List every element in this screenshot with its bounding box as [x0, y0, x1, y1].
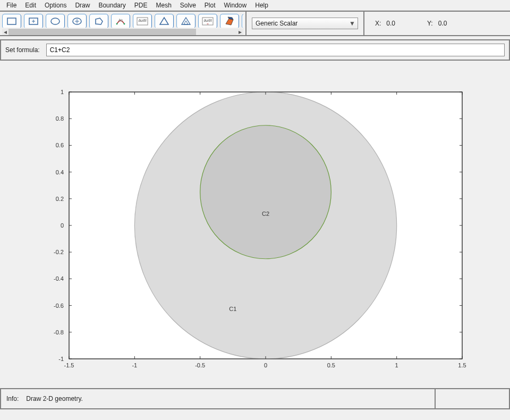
shape-label-C2: C2: [262, 211, 269, 217]
rectangle-center-icon[interactable]: [24, 14, 43, 28]
svg-text:0: 0: [264, 362, 267, 368]
scroll-thumb[interactable]: [8, 29, 196, 35]
menu-plot[interactable]: Plot: [200, 0, 220, 11]
svg-text:-1: -1: [132, 362, 137, 368]
menu-bar: File Edit Options Draw Boundary PDE Mesh…: [0, 0, 510, 11]
svg-text:0.5: 0.5: [327, 362, 335, 368]
svg-text:-0.4: -0.4: [54, 275, 64, 282]
menu-mesh[interactable]: Mesh: [151, 0, 175, 11]
menu-file[interactable]: File: [2, 0, 21, 11]
menu-draw[interactable]: Draw: [71, 0, 94, 11]
mesh-refine-icon[interactable]: [176, 14, 196, 28]
menu-boundary[interactable]: Boundary: [94, 0, 130, 11]
svg-text:0.8: 0.8: [56, 115, 64, 122]
svg-text:-0.2: -0.2: [54, 249, 64, 255]
svg-text:1.5: 1.5: [458, 362, 466, 368]
toolbar-strip: ∂Ω ∂u/∂t ∂u/∂t= ◂: [0, 11, 510, 36]
svg-text:∂u/∂t: ∂u/∂t: [139, 19, 147, 22]
status-bar: Info: Draw 2-D geometry.: [0, 388, 510, 409]
coord-y-label: Y:: [427, 20, 433, 27]
status-right-panel: [436, 388, 510, 409]
solve-icon[interactable]: ∂u/∂t=: [198, 14, 217, 28]
menu-solve[interactable]: Solve: [176, 0, 200, 11]
svg-marker-14: [160, 18, 168, 24]
menu-edit[interactable]: Edit: [21, 0, 40, 11]
mesh-init-icon[interactable]: [155, 14, 174, 28]
toolbar-icons-scroll: ∂Ω ∂u/∂t ∂u/∂t= ◂: [0, 12, 245, 35]
boundary-icon[interactable]: ∂Ω: [111, 14, 130, 28]
svg-text:=: =: [207, 22, 209, 26]
ellipse-center-icon[interactable]: [67, 14, 87, 28]
toolbar-scrollbar[interactable]: ◂ ▸: [2, 29, 243, 35]
svg-point-9: [116, 23, 118, 25]
pde-spec-icon[interactable]: ∂u/∂t: [133, 14, 152, 28]
svg-marker-8: [96, 18, 103, 24]
svg-text:0: 0: [61, 222, 64, 229]
formula-bar: Set formula:: [0, 39, 510, 61]
menu-options[interactable]: Options: [40, 0, 71, 11]
svg-text:-0.5: -0.5: [195, 362, 205, 368]
svg-text:-1: -1: [58, 356, 64, 362]
svg-text:0.2: 0.2: [56, 196, 64, 202]
chevron-down-icon: ▼: [349, 20, 355, 27]
svg-text:-0.6: -0.6: [54, 303, 64, 309]
svg-point-10: [124, 23, 125, 25]
status-main: Info: Draw 2-D geometry.: [0, 388, 436, 409]
zoom-icon[interactable]: [242, 14, 243, 28]
svg-text:∂u/∂t: ∂u/∂t: [204, 19, 212, 22]
polygon-icon[interactable]: [89, 14, 108, 28]
svg-point-4: [51, 18, 60, 24]
coord-x-label: X:: [375, 20, 381, 27]
menu-help[interactable]: Help: [251, 0, 273, 11]
toolbar-icons: ∂Ω ∂u/∂t ∂u/∂t=: [2, 14, 243, 28]
shape-label-C1: C1: [229, 306, 236, 312]
coordinate-readout: X: 0.0 Y: 0.0: [364, 12, 510, 35]
menu-window[interactable]: Window: [220, 0, 251, 11]
coord-y-value: 0.0: [438, 20, 447, 27]
plot-canvas[interactable]: C1C2-1.5-1-0.500.511.5-1-0.8-0.6-0.4-0.2…: [0, 64, 510, 385]
mode-dropdown[interactable]: Generic Scalar ▼: [252, 18, 358, 29]
mode-dropdown-zone: Generic Scalar ▼: [246, 12, 363, 35]
svg-text:0.4: 0.4: [56, 169, 64, 175]
status-label: Info:: [6, 395, 19, 402]
svg-text:1: 1: [395, 362, 398, 368]
plot-3d-icon[interactable]: [220, 14, 239, 28]
svg-marker-16: [184, 21, 188, 24]
svg-text:0.6: 0.6: [56, 142, 64, 148]
scroll-right-icon[interactable]: ▸: [237, 29, 243, 35]
scroll-track[interactable]: [8, 29, 237, 35]
formula-label: Set formula:: [5, 46, 40, 54]
svg-text:1: 1: [61, 89, 64, 95]
formula-input[interactable]: [46, 44, 505, 56]
svg-point-26: [200, 125, 332, 259]
status-text: Draw 2-D geometry.: [26, 395, 82, 402]
rectangle-icon[interactable]: [2, 14, 21, 28]
svg-text:-1.5: -1.5: [64, 362, 74, 368]
menu-pde[interactable]: PDE: [130, 0, 152, 11]
svg-text:-0.8: -0.8: [54, 329, 64, 335]
svg-rect-0: [7, 18, 16, 24]
coord-x-value: 0.0: [386, 20, 395, 27]
scroll-left-icon[interactable]: ◂: [2, 29, 8, 35]
svg-text:∂Ω: ∂Ω: [118, 19, 123, 22]
ellipse-icon[interactable]: [46, 14, 65, 28]
mode-dropdown-label: Generic Scalar: [256, 20, 298, 27]
